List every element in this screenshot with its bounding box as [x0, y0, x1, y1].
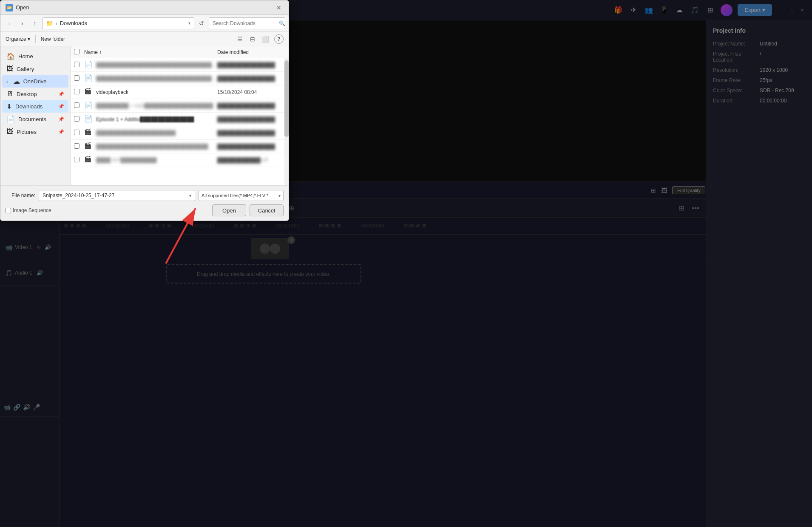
dialog-title-icon: 📂 — [6, 4, 13, 11]
file-date-4: ████████████████ — [217, 103, 285, 109]
nav-up-button[interactable]: ↑ — [29, 18, 40, 29]
dialog-overlay[interactable]: 📂 Open ✕ ‹ › ↑ 📁 › Downloads ▾ ↺ 🔍 Or — [0, 0, 812, 527]
desktop-pin-icon: 📌 — [58, 91, 64, 97]
filename-value: Snipaste_2024-10-25_17-47-27 — [43, 193, 114, 198]
file-row[interactable]: 📄 Episode 1 + Additio███████████████ ███… — [71, 113, 289, 126]
file-name-4: █████████ + Addi███████████████████ — [96, 103, 217, 109]
open-dialog: 📂 Open ✕ ‹ › ↑ 📁 › Downloads ▾ ↺ 🔍 Or — [0, 0, 289, 221]
search-icon: 🔍 — [279, 20, 285, 26]
file-icon-4: 📄 — [84, 101, 94, 110]
file-row[interactable]: 🎬 ██████████████████████ ███████████████… — [71, 126, 289, 140]
file-name-7: ███████████████████████████████ — [96, 144, 217, 150]
file-icon-1: 📄 — [84, 60, 94, 70]
action-row: Image Sequence Open Cancel — [6, 204, 284, 216]
filename-row: File name: Snipaste_2024-10-25_17-47-27 … — [6, 190, 284, 201]
file-icon-5: 📄 — [84, 115, 94, 124]
file-name-8: ████ 307██████████ — [96, 157, 217, 163]
file-date-3: 15/10/2024 08:04 — [217, 89, 285, 95]
filetype-dropdown-icon: ▾ — [278, 193, 281, 198]
file-row[interactable]: 📄 █████████ + Addi███████████████████ ██… — [71, 99, 289, 113]
documents-icon: 📄 — [6, 115, 15, 123]
file-name-3: videoplayback — [96, 89, 217, 95]
filetype-dropdown[interactable]: All supported files(*.MP4;*.FLV;* ▾ — [199, 190, 284, 201]
address-text: Downloads — [60, 20, 87, 26]
dialog-addressbar: ‹ › ↑ 📁 › Downloads ▾ ↺ 🔍 — [0, 15, 289, 32]
sidebar-item-pictures[interactable]: 🖼 Pictures 📌 — [2, 126, 68, 138]
file-icon-7: 🎬 — [84, 142, 94, 151]
file-icon-8: 🎬 — [84, 156, 94, 165]
filelist-header: Name ↑ Date modified — [71, 46, 289, 58]
file-row[interactable]: 📄 ██████████████████████████████████████… — [71, 58, 289, 72]
dialog-close-button[interactable]: ✕ — [274, 3, 284, 12]
gallery-icon: 🖼 — [6, 65, 13, 73]
file-row[interactable]: 🎬 videoplayback 15/10/2024 08:04 — [71, 85, 289, 99]
downloads-icon: ⬇ — [6, 102, 12, 110]
dialog-bottom: File name: Snipaste_2024-10-25_17-47-27 … — [0, 185, 289, 221]
file-icon-2: 📄 — [84, 74, 94, 83]
column-date-header[interactable]: Date modified — [217, 49, 285, 55]
search-input[interactable] — [213, 20, 276, 26]
sidebar-item-onedrive[interactable]: › ☁ OneDrive — [2, 75, 68, 88]
pictures-pin-icon: 📌 — [58, 129, 64, 135]
dialog-sidebar: 🏠 Home 🖼 Gallery › ☁ OneDrive 🖥 Desktop … — [0, 46, 71, 185]
file-row[interactable]: 🎬 ███████████████████████████████ ██████… — [71, 140, 289, 153]
help-button[interactable]: ? — [274, 34, 284, 44]
dialog-title-text: Open — [16, 4, 274, 11]
select-all-checkbox[interactable] — [74, 49, 79, 54]
sidebar-item-home[interactable]: 🏠 Home — [2, 50, 68, 62]
address-dropdown-icon[interactable]: ▾ — [188, 21, 190, 26]
scrollbar-thumb[interactable] — [284, 60, 289, 137]
column-name-header[interactable]: Name ↑ — [84, 49, 217, 55]
sidebar-item-desktop[interactable]: 🖥 Desktop 📌 — [2, 88, 68, 100]
search-box[interactable]: 🔍 — [209, 17, 285, 29]
view-detail-button[interactable]: ⊟ — [247, 34, 258, 45]
address-box[interactable]: 📁 › Downloads ▾ — [42, 17, 194, 29]
image-sequence-checkbox[interactable] — [6, 208, 11, 213]
pictures-icon: 🖼 — [6, 128, 13, 136]
filename-dropdown-icon[interactable]: ▾ — [189, 193, 191, 198]
file-name-1: ████████████████████████████████████████ — [96, 62, 217, 68]
desktop-icon: 🖥 — [6, 90, 13, 98]
file-name-5: Episode 1 + Additio███████████████ — [96, 116, 217, 122]
file-date-2: ████████████████ — [217, 76, 285, 82]
filelist-scrollbar[interactable] — [284, 46, 289, 185]
sidebar-item-gallery[interactable]: 🖼 Gallery — [2, 63, 68, 75]
sidebar-item-documents[interactable]: 📄 Documents 📌 — [2, 113, 68, 125]
view-pane-button[interactable]: ⬜ — [260, 34, 271, 45]
file-date-6: ████████████████ — [217, 130, 285, 136]
dialog-filelist[interactable]: Name ↑ Date modified 📄 █████████████████… — [71, 46, 289, 185]
home-icon: 🏠 — [6, 52, 15, 60]
file-date-5: ████████████████ — [217, 116, 285, 122]
file-name-6: ██████████████████████ — [96, 130, 217, 136]
file-icon-6: 🎬 — [84, 128, 94, 138]
view-list-button[interactable]: ☰ — [234, 34, 245, 45]
sidebar-item-downloads[interactable]: ⬇ Downloads 📌 — [2, 100, 68, 113]
documents-pin-icon: 📌 — [58, 116, 64, 122]
organize-button[interactable]: Organize ▾ — [6, 36, 30, 42]
open-button[interactable]: Open — [212, 204, 246, 216]
view-buttons: ☰ ⊟ ⬜ — [234, 34, 271, 45]
image-sequence-label: Image Sequence — [13, 207, 51, 213]
filetype-value: All supported files(*.MP4;*.FLV;* — [202, 193, 268, 198]
file-date-1: ████████████████ — [217, 62, 285, 68]
cancel-button[interactable]: Cancel — [250, 204, 284, 216]
file-date-8: ████████████ ×7 — [217, 157, 285, 163]
toolbar-separator — [35, 35, 36, 43]
file-row[interactable]: 📄 ██████████████████████████████████████… — [71, 72, 289, 85]
filename-input-box[interactable]: Snipaste_2024-10-25_17-47-27 ▾ — [39, 190, 195, 201]
file-date-7: ████████████████ — [217, 144, 285, 150]
nav-back-button[interactable]: ‹ — [4, 18, 15, 29]
downloads-pin-icon: 📌 — [58, 104, 64, 109]
image-sequence-row: Image Sequence — [6, 207, 51, 213]
onedrive-icon: ☁ — [13, 77, 20, 85]
address-folder-icon: 📁 — [46, 20, 53, 27]
dialog-titlebar: 📂 Open ✕ — [0, 0, 289, 15]
file-icon-3: 🎬 — [84, 88, 94, 97]
file-row[interactable]: 🎬 ████ 307██████████ ████████████ ×7 — [71, 153, 289, 167]
dialog-toolbar: Organize ▾ New folder ☰ ⊟ ⬜ ? — [0, 32, 289, 46]
dialog-main: 🏠 Home 🖼 Gallery › ☁ OneDrive 🖥 Desktop … — [0, 46, 289, 185]
refresh-button[interactable]: ↺ — [196, 18, 207, 29]
sidebar-arrow-icon: › — [6, 79, 8, 84]
nav-forward-button[interactable]: › — [17, 18, 28, 29]
new-folder-button[interactable]: New folder — [41, 36, 65, 42]
